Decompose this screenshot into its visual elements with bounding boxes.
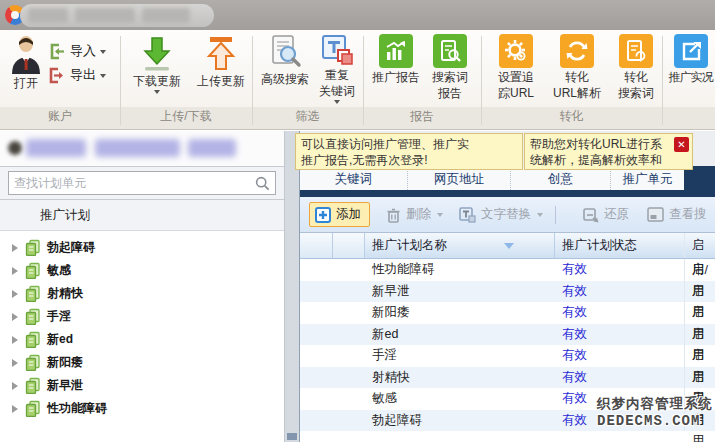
promotion-live-button[interactable]: 推广实况 xyxy=(666,34,715,84)
col-rowheader[interactable] xyxy=(300,233,333,258)
plan-unit-search[interactable] xyxy=(8,171,276,195)
text-replace-icon xyxy=(459,207,476,223)
campaign-pages-icon xyxy=(24,239,41,256)
conversion-url-parse-button[interactable]: 转化 URL解析 xyxy=(546,34,608,100)
duplicate-keywords-button[interactable]: 重复 关键词 xyxy=(313,34,361,104)
tree-item-campaign[interactable]: 勃起障碍 xyxy=(0,236,284,259)
splitter-grip[interactable] xyxy=(287,433,297,440)
tree-item-campaign[interactable]: 敏感 xyxy=(0,259,284,282)
tab-creative[interactable]: 创意 xyxy=(511,168,611,190)
advanced-search-button[interactable]: 高级搜索 xyxy=(257,34,313,86)
campaign-table: 推广计划名称 推广计划状态 启用/ 性功能障碍有效启用 新早泄有效启用 新阳痿有… xyxy=(300,233,715,442)
add-button[interactable]: 添加 xyxy=(309,202,370,227)
tab-keywords[interactable]: 关键词 xyxy=(300,168,408,190)
toolbar-separator xyxy=(555,206,556,224)
group-label-account: 账户 xyxy=(0,108,120,125)
table-row[interactable]: 手淫有效启用 xyxy=(300,345,715,367)
promotion-report-button[interactable]: 推广报告 xyxy=(369,34,423,84)
expand-arrow-icon[interactable] xyxy=(12,313,18,321)
duplicate-keywords-caret[interactable] xyxy=(334,100,340,104)
export-dropdown-caret[interactable] xyxy=(100,74,106,78)
upload-update-button[interactable]: 上传更新 xyxy=(190,34,252,88)
campaign-tree: 勃起障碍 敏感 射精快 手淫 新ed xyxy=(0,231,284,420)
download-update-button[interactable]: 下载更新 xyxy=(126,34,188,94)
ribbon: 账户 上传/下载 筛选 报告 转化 打开 导入 xyxy=(0,30,715,130)
expand-arrow-icon[interactable] xyxy=(12,405,18,413)
expand-arrow-icon[interactable] xyxy=(12,336,18,344)
upload-arrow-icon xyxy=(203,34,239,72)
import-dropdown-caret[interactable] xyxy=(100,50,106,54)
plus-icon xyxy=(315,207,331,223)
campaign-pages-icon xyxy=(24,285,41,302)
tooltip-conversion-url: 帮助您对转化URL进行系统解析，提高解析效率和能力 ✕ xyxy=(524,133,693,170)
delete-dropdown-caret xyxy=(437,213,443,217)
set-tracking-url-button[interactable]: 设置追 踪URL xyxy=(488,34,544,100)
person-icon xyxy=(9,34,43,74)
import-button[interactable]: 导入 xyxy=(48,40,120,62)
sidebar-splitter[interactable] xyxy=(284,131,299,442)
export-icon xyxy=(48,67,65,84)
col-campaign-name[interactable]: 推广计划名称 xyxy=(365,233,555,258)
table-row[interactable]: 勃起障碍有效启用 xyxy=(300,410,715,432)
replace-dropdown-caret xyxy=(537,213,543,217)
share-arrow-icon xyxy=(674,34,708,68)
trash-icon xyxy=(386,207,401,223)
expand-arrow-icon[interactable] xyxy=(12,267,18,275)
expand-arrow-icon[interactable] xyxy=(12,244,18,252)
window-title-redacted xyxy=(20,4,214,27)
campaign-pages-icon xyxy=(24,262,41,279)
import-icon xyxy=(48,43,65,60)
refresh-icon xyxy=(560,34,594,68)
table-row[interactable]: 新ed有效启用 xyxy=(300,324,715,346)
panel-icon xyxy=(647,207,664,222)
import-export-stack: 导入 导出 xyxy=(48,38,120,88)
action-toolbar: 添加 删除 文字替换 xyxy=(300,197,715,233)
expand-arrow-icon[interactable] xyxy=(12,290,18,298)
group-label-filter: 筛选 xyxy=(252,108,363,125)
col-campaign-status[interactable]: 推广计划状态 xyxy=(555,233,685,258)
tooltip-close-icon[interactable]: ✕ xyxy=(674,137,689,152)
table-row[interactable]: 新早泄有效启用 xyxy=(300,281,715,303)
app-window: 账户 上传/下载 筛选 报告 转化 打开 导入 xyxy=(0,0,715,442)
expand-arrow-icon[interactable] xyxy=(12,382,18,390)
search-input[interactable] xyxy=(14,174,244,192)
tab-promotion-unit[interactable]: 推广单元 xyxy=(611,168,685,190)
campaign-pages-icon xyxy=(24,331,41,348)
doc-refresh-icon xyxy=(619,34,653,68)
doc-magnifier-icon xyxy=(268,34,302,70)
gear-icon xyxy=(499,34,533,68)
tab-web-address[interactable]: 网页地址 xyxy=(408,168,511,190)
doc-search-icon xyxy=(433,34,467,68)
export-button[interactable]: 导出 xyxy=(48,64,120,86)
sort-desc-icon xyxy=(504,243,514,249)
text-replace-button: 文字替换 xyxy=(459,206,543,223)
group-label-updown: 上传/下载 xyxy=(120,108,252,125)
view-search-terms-button: 查看搜 xyxy=(647,206,707,223)
view-tabs: 关键词 网页地址 创意 推广单元 xyxy=(300,168,715,190)
download-update-caret[interactable] xyxy=(154,90,160,94)
duplicate-keywords-icon xyxy=(321,34,353,66)
table-row[interactable]: 敏感有效启用 xyxy=(300,388,715,410)
tree-item-campaign[interactable]: 新早泄 xyxy=(0,374,284,397)
tree-item-campaign[interactable]: 手淫 xyxy=(0,305,284,328)
search-term-report-button[interactable]: 搜索词 报告 xyxy=(424,34,476,100)
open-account-button[interactable]: 打开 xyxy=(6,34,46,90)
tooltip-tail xyxy=(403,133,419,134)
table-row[interactable]: 性功能障碍有效启用 xyxy=(300,259,715,281)
tooltip-tail xyxy=(572,133,588,134)
tree-item-campaign[interactable]: 新阳痿 xyxy=(0,351,284,374)
search-icon[interactable] xyxy=(255,176,270,191)
campaign-pages-icon xyxy=(24,354,41,371)
tree-item-campaign[interactable]: 新ed xyxy=(0,328,284,351)
col-select[interactable] xyxy=(333,233,365,258)
tree-item-campaign[interactable]: 性功能障碍 xyxy=(0,397,284,420)
col-enabled[interactable]: 启用/ xyxy=(685,233,715,258)
delete-button: 删除 xyxy=(386,206,443,223)
bar-chart-icon xyxy=(379,34,413,68)
table-row[interactable]: 射精快有效启用 xyxy=(300,367,715,389)
expand-arrow-icon[interactable] xyxy=(12,359,18,367)
table-row[interactable]: 新阳痿有效启用 xyxy=(300,302,715,324)
conversion-search-term-button[interactable]: 转化 搜索词 xyxy=(611,34,661,100)
tree-item-campaign[interactable]: 射精快 xyxy=(0,282,284,305)
titlebar xyxy=(0,0,715,30)
